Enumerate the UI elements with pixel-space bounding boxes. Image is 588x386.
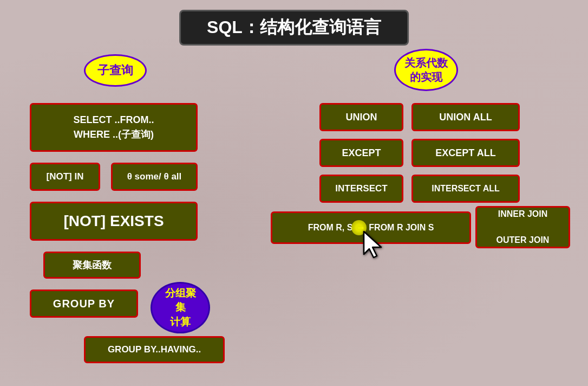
box-union-all: UNION ALL <box>411 103 520 131</box>
box-except-all: EXCEPT ALL <box>411 139 520 167</box>
box-inner-outer-join: INNER JOIN OUTER JOIN <box>475 206 570 248</box>
box-intersect-all: INTERSECT ALL <box>411 175 520 203</box>
title-bar: SQL：结构化查询语言 <box>179 10 409 46</box>
svg-marker-0 <box>364 231 381 258</box>
box-union: UNION <box>319 103 403 131</box>
label-zichaxun: 子查询 <box>84 54 147 87</box>
label-guanxi: 关系代数 的实现 <box>394 49 458 91</box>
box-aggregate-functions: 聚集函数 <box>43 252 141 279</box>
label-group-aggregate: 分组聚集计算 <box>151 282 210 333</box>
box-intersect: INTERSECT <box>319 175 403 203</box>
box-not-exists: [NOT] EXISTS <box>30 202 198 241</box>
box-group-by-having: GROUP BY..HAVING.. <box>84 336 225 363</box>
box-theta: θ some/ θ all <box>111 163 198 191</box>
box-not-in: [NOT] IN <box>30 163 100 191</box>
box-select-from-where: SELECT ..FROM..WHERE ..(子查询) <box>30 103 198 152</box>
cursor-icon <box>362 230 384 259</box>
page-title: SQL：结构化查询语言 <box>207 17 381 37</box>
box-group-by: GROUP BY <box>30 290 138 318</box>
box-except: EXCEPT <box>319 139 403 167</box>
